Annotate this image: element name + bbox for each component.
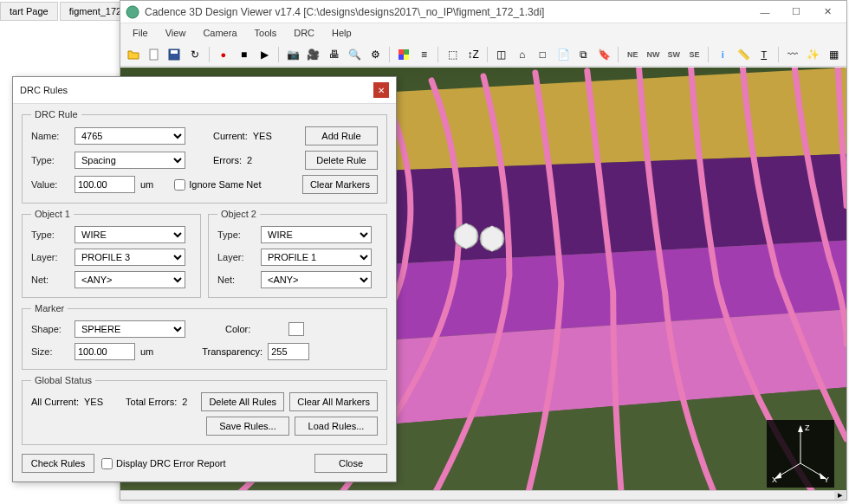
- open-icon[interactable]: [124, 45, 143, 64]
- check-rules-button[interactable]: Check Rules: [22, 454, 94, 473]
- load-rules-button[interactable]: Load Rules...: [295, 417, 378, 436]
- obj1-type-select[interactable]: WIRE: [75, 226, 185, 243]
- dir-nw-button[interactable]: NW: [644, 45, 663, 64]
- all-current-label: All Current:: [31, 397, 79, 407]
- color-swatch[interactable]: [288, 322, 304, 336]
- color-icon[interactable]: [394, 45, 413, 64]
- dialog-close-button[interactable]: ✕: [373, 82, 389, 98]
- menu-file[interactable]: File: [126, 25, 155, 41]
- view-box-icon[interactable]: □: [533, 45, 552, 64]
- scroll-right-icon[interactable]: ▸: [834, 490, 846, 500]
- menu-view[interactable]: View: [159, 25, 193, 41]
- object2-group: Object 2 Type:WIRE Layer:PROFILE 1 Net:<…: [208, 209, 387, 298]
- object1-legend: Object 1: [31, 209, 74, 219]
- view-doc-icon[interactable]: 📄: [554, 45, 573, 64]
- front-icon[interactable]: ⬚: [443, 45, 462, 64]
- name-select[interactable]: 4765: [75, 127, 185, 145]
- view-clone-icon[interactable]: ⧉: [574, 45, 593, 64]
- global-status-legend: Global Status: [31, 375, 95, 385]
- clear-all-markers-button[interactable]: Clear All Markers: [289, 392, 378, 411]
- view-iso-icon[interactable]: ◫: [492, 45, 511, 64]
- view-bookmark-icon[interactable]: 🔖: [595, 45, 614, 64]
- current-label: Current:: [213, 131, 248, 141]
- grid-icon[interactable]: ▦: [824, 45, 843, 64]
- svg-text:Y: Y: [824, 475, 829, 484]
- play-icon[interactable]: ▶: [255, 45, 274, 64]
- layers-icon[interactable]: ≡: [415, 45, 434, 64]
- measure-icon[interactable]: 📏: [734, 45, 753, 64]
- drc-rule-legend: DRC Rule: [31, 109, 81, 120]
- color-label: Color:: [225, 324, 250, 334]
- svg-rect-5: [404, 49, 409, 55]
- menu-tools[interactable]: Tools: [248, 25, 284, 41]
- settings-icon[interactable]: ⚙: [366, 45, 385, 64]
- ignore-same-net-checkbox[interactable]: Ignore Same Net: [174, 179, 261, 191]
- svg-rect-3: [171, 50, 178, 54]
- refresh-icon[interactable]: ↻: [185, 45, 204, 64]
- app-icon: [126, 5, 139, 19]
- print-icon[interactable]: 🖶: [325, 45, 344, 64]
- menu-drc[interactable]: DRC: [287, 25, 321, 41]
- wave-icon[interactable]: 〰: [783, 45, 802, 64]
- svg-rect-6: [399, 55, 404, 60]
- obj1-layer-select[interactable]: PROFILE 3: [75, 249, 185, 266]
- minimize-button[interactable]: —: [751, 3, 779, 21]
- window-title: Cadence 3D Design Viewer v17.4 [C:\desig…: [145, 6, 751, 18]
- preview-icon[interactable]: 🔍: [345, 45, 364, 64]
- obj2-layer-select[interactable]: PROFILE 1: [261, 249, 372, 266]
- menu-help[interactable]: Help: [325, 25, 359, 41]
- svg-rect-1: [150, 49, 158, 60]
- record-icon[interactable]: ●: [214, 45, 233, 64]
- obj1-net-select[interactable]: <ANY>: [75, 271, 185, 288]
- clear-markers-button[interactable]: Clear Markers: [302, 175, 378, 194]
- close-dialog-button[interactable]: Close: [314, 454, 387, 473]
- delete-rule-button[interactable]: Delete Rule: [305, 151, 378, 170]
- tab-start-page[interactable]: tart Page: [0, 2, 58, 21]
- close-button[interactable]: ✕: [813, 3, 841, 21]
- value-unit: um: [140, 179, 153, 190]
- add-rule-button[interactable]: Add Rule: [305, 126, 378, 145]
- delete-all-rules-button[interactable]: Delete All Rules: [201, 392, 284, 411]
- svg-rect-7: [404, 55, 409, 60]
- obj2-net-label: Net:: [217, 275, 256, 285]
- shape-label: Shape:: [31, 324, 69, 334]
- camera-icon[interactable]: 📷: [283, 45, 302, 64]
- display-report-checkbox[interactable]: Display DRC Error Report: [101, 458, 226, 469]
- transparency-input[interactable]: [268, 343, 309, 360]
- value-input[interactable]: [75, 176, 135, 193]
- dir-ne-button[interactable]: NE: [623, 45, 642, 64]
- menubar: File View Camera Tools DRC Help: [120, 23, 846, 42]
- size-input[interactable]: [75, 343, 135, 360]
- axis-compass[interactable]: Z X Y: [767, 420, 834, 488]
- video-icon[interactable]: 🎥: [304, 45, 323, 64]
- axis-z-icon[interactable]: ↕Z: [463, 45, 483, 64]
- marker-group: Marker Shape: SPHERE Color: Size: um Tra…: [22, 303, 387, 370]
- transparency-label: Transparency:: [202, 346, 262, 357]
- type-label: Type:: [31, 155, 69, 165]
- view-home-icon[interactable]: ⌂: [513, 45, 532, 64]
- type-select[interactable]: Spacing: [75, 152, 185, 169]
- shape-select[interactable]: SPHERE: [75, 320, 185, 338]
- titlebar: Cadence 3D Design Viewer v17.4 [C:\desig…: [120, 1, 846, 23]
- obj2-type-select[interactable]: WIRE: [261, 226, 372, 243]
- save-icon[interactable]: [165, 45, 185, 64]
- obj1-layer-label: Layer:: [31, 252, 69, 262]
- text-icon[interactable]: T: [755, 45, 774, 64]
- info-icon[interactable]: i: [713, 45, 732, 64]
- maximize-button[interactable]: ☐: [782, 3, 810, 21]
- dir-sw-button[interactable]: SW: [664, 45, 684, 64]
- stop-icon[interactable]: ■: [235, 45, 254, 64]
- highlight-icon[interactable]: ✨: [803, 45, 822, 64]
- dialog-titlebar[interactable]: DRC Rules ✕: [13, 77, 396, 104]
- menu-camera[interactable]: Camera: [196, 25, 243, 41]
- save-rules-button[interactable]: Save Rules...: [206, 417, 289, 436]
- obj2-net-select[interactable]: <ANY>: [261, 271, 372, 288]
- total-errors-label: Total Errors:: [126, 397, 177, 407]
- scrollbar-horizontal[interactable]: [120, 490, 846, 500]
- all-current-value: YES: [84, 397, 103, 407]
- dir-se-button[interactable]: SE: [685, 45, 704, 64]
- drc-rule-group: DRC Rule Name: 4765 Current: YES Add Rul…: [22, 109, 387, 204]
- new-icon[interactable]: [145, 45, 164, 64]
- drc-rules-dialog: DRC Rules ✕ DRC Rule Name: 4765 Current:…: [12, 76, 397, 482]
- global-status-group: Global Status All Current: YES Total Err…: [22, 375, 387, 445]
